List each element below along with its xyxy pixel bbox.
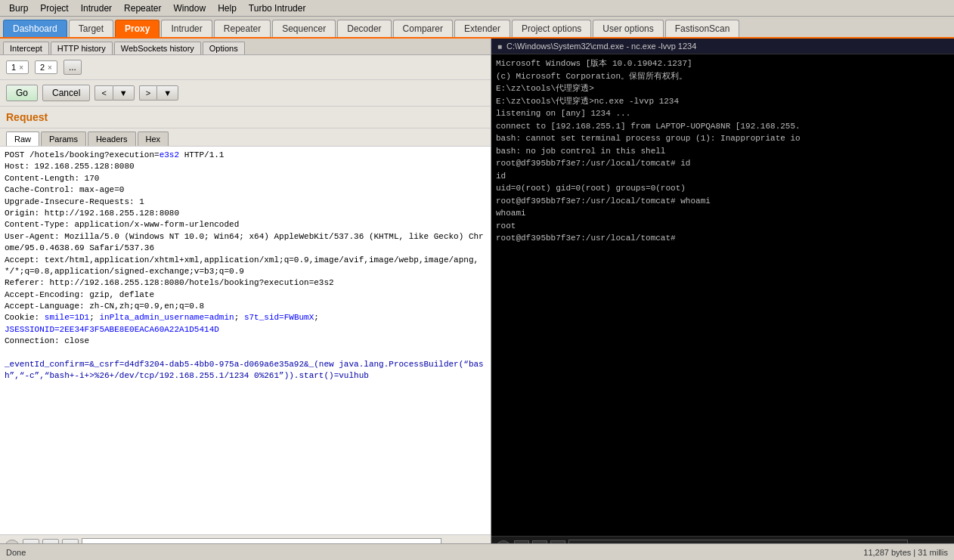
tab-sequencer[interactable]: Sequencer <box>272 20 336 37</box>
request-header: Request <box>0 107 491 128</box>
terminal-title: C:\Windows\System32\cmd.exe - nc.exe -lv… <box>506 42 696 51</box>
tab-2[interactable]: 2 × <box>35 60 57 74</box>
menu-turbo-intruder[interactable]: Turbo Intruder <box>243 2 312 15</box>
tab-1-close[interactable]: × <box>19 63 23 72</box>
proxy-tab-intercept[interactable]: Intercept <box>3 42 49 54</box>
cancel-button[interactable]: Cancel <box>42 85 90 101</box>
nav-fwd-button[interactable]: > <box>139 85 156 101</box>
tab-fastisonscan[interactable]: FastisonScan <box>665 20 740 37</box>
proxy-tab-options[interactable]: Options <box>203 42 245 54</box>
fwd-nav-group: > ▼ <box>139 85 178 101</box>
go-button[interactable]: Go <box>6 85 38 101</box>
left-panel: Intercept HTTP history WebSockets histor… <box>0 39 491 559</box>
tab-decoder[interactable]: Decoder <box>337 20 391 37</box>
request-tabs: Raw Params Headers Hex <box>0 128 491 147</box>
menu-burp[interactable]: Burp <box>3 2 34 15</box>
tab-1[interactable]: 1 × <box>6 60 29 74</box>
back-nav-group: < ▼ <box>94 85 134 101</box>
tab-target[interactable]: Target <box>69 20 113 37</box>
menu-help[interactable]: Help <box>212 2 243 15</box>
status-bar: Done 11,287 bytes | 31 millis <box>0 543 954 560</box>
terminal-title-bar: ■ C:\Windows\System32\cmd.exe - nc.exe -… <box>491 39 954 54</box>
tab-comparer[interactable]: Comparer <box>393 20 453 37</box>
tab-extender[interactable]: Extender <box>454 20 510 37</box>
req-tab-hex[interactable]: Hex <box>138 131 169 146</box>
tab-repeater[interactable]: Repeater <box>214 20 271 37</box>
menu-intruder[interactable]: Intruder <box>75 2 118 15</box>
main-container: Intercept HTTP history WebSockets histor… <box>0 39 954 559</box>
tab-project-options[interactable]: Project options <box>512 20 591 37</box>
proxy-sub-tab-bar: Intercept HTTP history WebSockets histor… <box>0 39 491 55</box>
terminal-icon: ■ <box>497 42 502 51</box>
proxy-tab-http-history[interactable]: HTTP history <box>51 42 113 54</box>
req-tab-headers[interactable]: Headers <box>88 131 136 146</box>
proxy-tab-websockets[interactable]: WebSockets history <box>114 42 201 54</box>
tab-user-options[interactable]: User options <box>593 20 663 37</box>
terminal-panel: ■ C:\Windows\System32\cmd.exe - nc.exe -… <box>491 39 954 559</box>
tab-dots[interactable]: ... <box>63 60 82 75</box>
tab-2-close[interactable]: × <box>48 63 52 72</box>
go-cancel-bar: Go Cancel < ▼ > ▼ <box>0 80 491 107</box>
menu-repeater[interactable]: Repeater <box>118 2 167 15</box>
menu-bar: Burp Project Intruder Repeater Window He… <box>0 0 954 17</box>
request-text[interactable]: POST /hotels/booking?execution=e3s2 HTTP… <box>0 147 491 534</box>
tab-proxy[interactable]: Proxy <box>115 20 160 37</box>
menu-window[interactable]: Window <box>167 2 212 15</box>
menu-project[interactable]: Project <box>34 2 74 15</box>
request-title: Request <box>6 111 48 123</box>
nav-fwd-down-button[interactable]: ▼ <box>156 85 178 101</box>
nav-back-button[interactable]: < <box>94 85 112 101</box>
main-tab-bar: Dashboard Target Proxy Intruder Repeater… <box>0 17 954 39</box>
nav-back-down-button[interactable]: ▼ <box>113 85 135 101</box>
req-tab-params[interactable]: Params <box>41 131 86 146</box>
status-left: Done <box>6 548 26 557</box>
nav-bar: 1 × 2 × ... <box>0 55 491 80</box>
terminal-content[interactable]: Microsoft Windows [版本 10.0.19042.1237](c… <box>491 54 954 536</box>
tab-intruder[interactable]: Intruder <box>161 20 212 37</box>
tab-dashboard[interactable]: Dashboard <box>3 20 67 37</box>
req-tab-raw[interactable]: Raw <box>6 131 39 146</box>
status-right: 11,287 bytes | 31 millis <box>863 548 948 557</box>
request-content: POST /hotels/booking?execution=e3s2 HTTP… <box>0 147 491 534</box>
